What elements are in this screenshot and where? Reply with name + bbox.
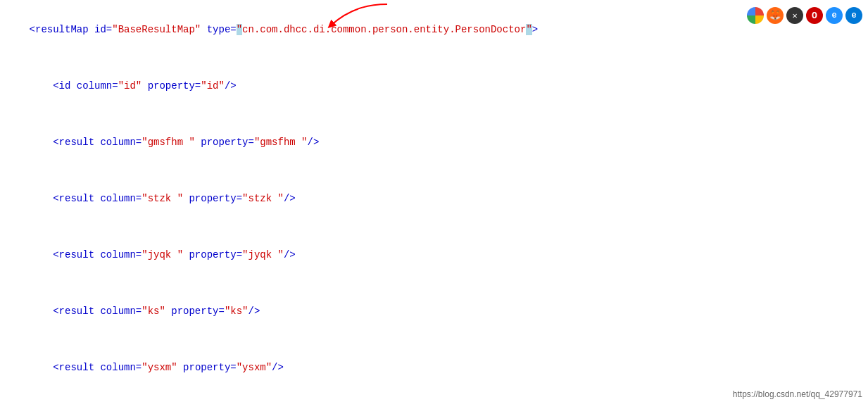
ie-old-icon: e — [826, 7, 843, 24]
firefox-icon: 🦊 — [767, 7, 784, 24]
code-line-3: <id column="id" property="id"/> — [0, 58, 868, 114]
bottom-url: https://blog.csdn.net/qq_42977971 — [733, 389, 862, 399]
code-line-8: <result column="ysxm" property="ysxm"/> — [0, 339, 868, 396]
code-line-7: <result column="ks" property="ks"/> — [0, 283, 868, 339]
stop-icon: ✕ — [786, 7, 803, 24]
code-line-4: <result column="gmsfhm " property="gmsfh… — [0, 114, 868, 170]
code-line-resultmap: <resultMap id="BaseResultMap" type="cn.c… — [0, 1, 868, 58]
code-line-6: <result column="jyqk " property="jyqk "/… — [0, 227, 868, 283]
chrome-icon — [747, 7, 764, 24]
browser-icons-bar: 🦊 ✕ O e e — [747, 7, 862, 24]
ie-edge-icon: e — [845, 7, 862, 24]
opera-icon: O — [806, 7, 823, 24]
code-line-5: <result column="stzk " property="stzk "/… — [0, 170, 868, 227]
code-editor: 🦊 ✕ O e e <resultMap id="BaseResultMap" … — [0, 0, 868, 402]
